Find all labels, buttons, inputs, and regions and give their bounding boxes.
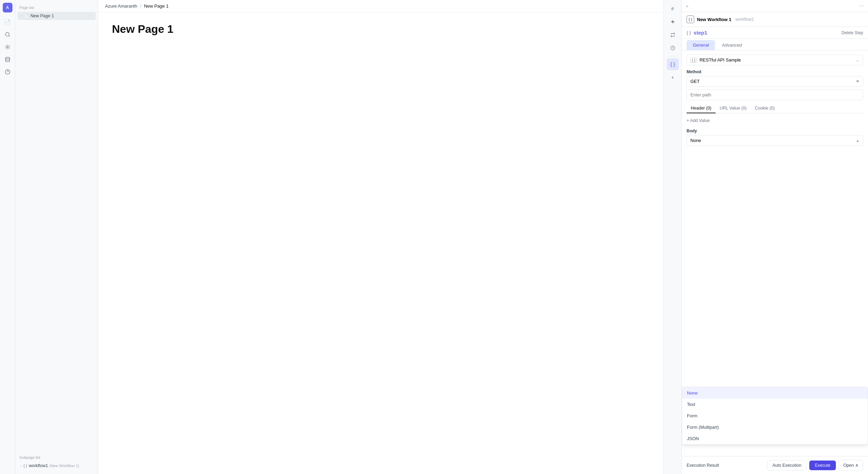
method-field-label: Method bbox=[687, 69, 863, 74]
step-header: { } step1 Delete Step bbox=[682, 27, 868, 39]
expand-icon[interactable]: » bbox=[686, 3, 688, 9]
tab-bar: General Advanced bbox=[682, 39, 868, 50]
svg-point-2 bbox=[6, 57, 10, 58]
svg-point-0 bbox=[6, 32, 9, 36]
svg-point-1 bbox=[7, 46, 8, 48]
workflow-name: New Workflow 1 bbox=[697, 17, 731, 22]
open-button[interactable]: Open ∧ bbox=[839, 460, 863, 471]
toolbar-divider bbox=[668, 56, 678, 56]
step-name: step1 bbox=[694, 30, 707, 36]
subpage-list-label: Subpage list bbox=[15, 454, 98, 462]
footer-right: Auto Execution Execute Open ∧ bbox=[767, 460, 863, 471]
body-section: Body None Text Form Form (Multipart) JSO… bbox=[687, 129, 863, 146]
sidebar: Page list › 📄 New Page 1 Subpage list › … bbox=[15, 0, 98, 474]
api-selector-arrow-icon: ⌄ bbox=[856, 58, 859, 63]
breadcrumb-current: New Page 1 bbox=[144, 3, 169, 9]
body-field-label: Body bbox=[687, 129, 863, 133]
sub-tab-header[interactable]: Header (0) bbox=[687, 104, 716, 113]
execution-result-label: Execution Result bbox=[687, 463, 719, 468]
method-select[interactable]: GET POST PUT DELETE PATCH bbox=[687, 76, 863, 87]
sidebar-item-label: New Page 1 bbox=[30, 13, 92, 18]
pages-nav-icon[interactable]: 📄 bbox=[2, 17, 13, 28]
chevron-right-icon-sub: › bbox=[21, 464, 22, 467]
breadcrumb-separator: / bbox=[140, 3, 141, 9]
icon-rail: A 📄 bbox=[0, 0, 15, 474]
auto-execution-button[interactable]: Auto Execution bbox=[767, 460, 806, 471]
open-chevron-icon: ∧ bbox=[855, 463, 859, 468]
lightning-toolbar-button[interactable] bbox=[667, 16, 679, 28]
chevron-right-icon: › bbox=[21, 14, 22, 18]
code-toolbar-button[interactable]: { } bbox=[667, 58, 679, 70]
body-dropdown-overlay: None Text Form Form (Multipart) JSON bbox=[682, 387, 868, 445]
panel-header: » ··· bbox=[682, 0, 868, 12]
history-toolbar-button[interactable] bbox=[667, 42, 679, 54]
subpage-item-label: workflow1 (New Workflow 1) bbox=[29, 463, 92, 468]
page-list-label: Page list bbox=[15, 4, 98, 12]
dropdown-option-text[interactable]: Text bbox=[682, 399, 868, 410]
api-selector-label: RESTful API Sample bbox=[699, 57, 853, 63]
share-toolbar-button[interactable] bbox=[667, 29, 679, 41]
step-icon: { } bbox=[687, 30, 691, 35]
add-value-button[interactable]: + Add Value bbox=[687, 117, 710, 124]
database-nav-icon[interactable] bbox=[2, 54, 13, 65]
panel-workflow-header: { } New Workflow 1 workflow1 bbox=[682, 12, 868, 27]
tab-advanced[interactable]: Advanced bbox=[716, 40, 748, 50]
hash-toolbar-button[interactable]: # bbox=[667, 3, 679, 15]
page-content: New Page 1 bbox=[98, 12, 663, 474]
page-icon: 📄 bbox=[23, 13, 29, 18]
svg-marker-4 bbox=[671, 20, 674, 24]
sub-tab-url-value[interactable]: URL Value (0) bbox=[716, 104, 751, 113]
workflow-id: workflow1 bbox=[735, 17, 754, 22]
execute-button[interactable]: Execute bbox=[809, 461, 836, 470]
search-nav-icon[interactable] bbox=[2, 29, 13, 40]
body-select[interactable]: None Text Form Form (Multipart) JSON bbox=[687, 135, 863, 146]
sidebar-item-page1[interactable]: › 📄 New Page 1 bbox=[17, 12, 96, 20]
help-nav-icon[interactable] bbox=[2, 66, 13, 77]
workflow-icon-badge: { } bbox=[687, 16, 694, 23]
dropdown-option-form[interactable]: Form bbox=[682, 410, 868, 421]
sub-tab-bar: Header (0) URL Value (0) Cookie (0) bbox=[687, 104, 863, 113]
page-title: New Page 1 bbox=[112, 23, 650, 36]
path-input[interactable] bbox=[687, 89, 863, 100]
subpage-section: Subpage list › { } workflow1 (New Workfl… bbox=[15, 454, 98, 470]
more-options-icon[interactable]: ··· bbox=[859, 3, 864, 9]
breadcrumb-root: Azure Amaranth bbox=[105, 3, 137, 9]
sub-tab-cookie[interactable]: Cookie (0) bbox=[751, 104, 779, 113]
panel-body: { } RESTful API Sample ⌄ Method GET POST… bbox=[682, 50, 868, 456]
delete-step-button[interactable]: Delete Step bbox=[841, 30, 863, 35]
right-panel: » ··· { } New Workflow 1 workflow1 { } s… bbox=[681, 0, 868, 474]
add-toolbar-button[interactable]: + bbox=[667, 72, 679, 83]
breadcrumb: Azure Amaranth / New Page 1 bbox=[98, 0, 663, 12]
workflow-icon-sub: { } bbox=[23, 464, 27, 468]
dropdown-option-json[interactable]: JSON bbox=[682, 433, 868, 444]
api-icon-badge: { } bbox=[690, 58, 697, 63]
tab-general[interactable]: General bbox=[687, 40, 715, 50]
panel-footer: Execution Result Auto Execution Execute … bbox=[682, 456, 868, 474]
settings-nav-icon[interactable] bbox=[2, 41, 13, 53]
api-selector[interactable]: { } RESTful API Sample ⌄ bbox=[687, 55, 863, 65]
dropdown-option-form-multipart[interactable]: Form (Multipart) bbox=[682, 421, 868, 433]
body-select-wrapper: None Text Form Form (Multipart) JSON ▲ bbox=[687, 135, 863, 146]
dropdown-option-none[interactable]: None bbox=[682, 387, 868, 399]
avatar[interactable]: A bbox=[3, 3, 12, 12]
right-toolbar: # { } + bbox=[663, 0, 681, 474]
sidebar-item-workflow1[interactable]: › { } workflow1 (New Workflow 1) bbox=[17, 462, 96, 470]
main-area: Azure Amaranth / New Page 1 New Page 1 bbox=[98, 0, 663, 474]
